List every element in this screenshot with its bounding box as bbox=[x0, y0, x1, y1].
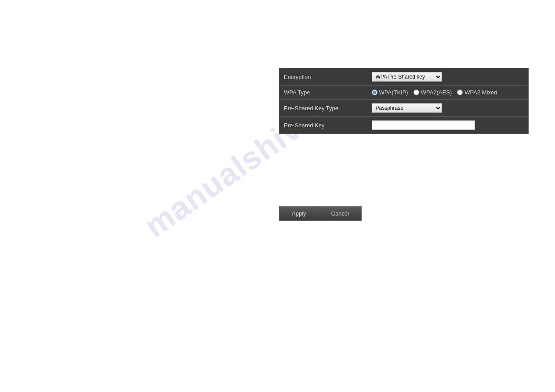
encryption-label: Encryption bbox=[279, 68, 367, 86]
psk-type-row: Pre-Shared Key Type Passphrase HEX bbox=[279, 100, 529, 117]
action-buttons: Apply Cancel bbox=[279, 206, 362, 221]
wpa2-mixed-radio[interactable] bbox=[457, 90, 463, 95]
psk-type-label: Pre-Shared Key Type bbox=[279, 100, 367, 117]
encryption-select[interactable]: WPA Pre-Shared key WPA Enterprise WEP No… bbox=[372, 72, 442, 82]
psk-row: Pre-Shared Key bbox=[279, 117, 529, 134]
encryption-row: Encryption WPA Pre-Shared key WPA Enterp… bbox=[279, 68, 529, 86]
settings-panel: Encryption WPA Pre-Shared key WPA Enterp… bbox=[279, 68, 529, 134]
wpa2-aes-radio[interactable] bbox=[414, 90, 419, 95]
wpa-tkip-radio[interactable] bbox=[372, 90, 377, 95]
cancel-button[interactable]: Cancel bbox=[319, 206, 362, 221]
wpa-type-label: WPA Type bbox=[279, 86, 367, 100]
apply-button[interactable]: Apply bbox=[279, 206, 319, 221]
psk-label: Pre-Shared Key bbox=[279, 117, 367, 134]
wpa2-aes-option[interactable]: WPA2(AES) bbox=[414, 89, 452, 96]
wpa2-aes-label: WPA2(AES) bbox=[421, 89, 452, 96]
psk-type-value-cell: Passphrase HEX bbox=[367, 100, 529, 117]
wpa-type-value-cell: WPA(TKIP) WPA2(AES) WPA2 Mixed bbox=[367, 86, 529, 100]
wpa-type-radio-group: WPA(TKIP) WPA2(AES) WPA2 Mixed bbox=[372, 89, 524, 96]
wpa-tkip-label: WPA(TKIP) bbox=[379, 89, 408, 96]
wpa2-mixed-label: WPA2 Mixed bbox=[464, 89, 497, 96]
psk-type-select[interactable]: Passphrase HEX bbox=[372, 103, 442, 113]
wpa-type-row: WPA Type WPA(TKIP) WPA2(AES) WPA2 Mixed bbox=[279, 86, 529, 100]
wpa-tkip-option[interactable]: WPA(TKIP) bbox=[372, 89, 408, 96]
settings-table: Encryption WPA Pre-Shared key WPA Enterp… bbox=[279, 68, 529, 134]
encryption-value-cell: WPA Pre-Shared key WPA Enterprise WEP No… bbox=[367, 68, 529, 86]
wpa2-mixed-option[interactable]: WPA2 Mixed bbox=[457, 89, 497, 96]
psk-value-cell bbox=[367, 117, 529, 134]
psk-input[interactable] bbox=[372, 120, 475, 130]
